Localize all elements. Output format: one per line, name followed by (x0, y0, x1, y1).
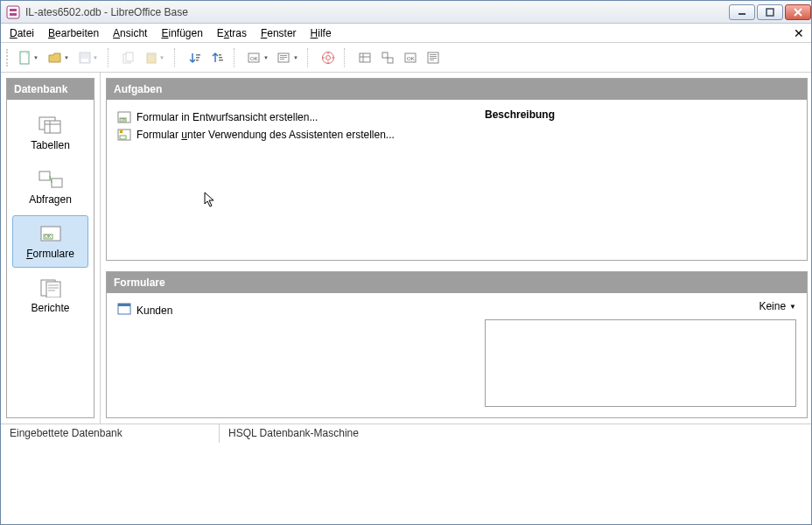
preview-mode-dropdown[interactable]: Keine ▼ (759, 300, 796, 312)
form-wizard-icon (117, 128, 131, 142)
chevron-down-icon: ▼ (789, 303, 796, 311)
window-controls (729, 4, 811, 20)
svg-rect-2 (10, 13, 17, 16)
menu-edit[interactable]: Bearbeiten (43, 25, 104, 41)
svg-rect-13 (149, 52, 154, 55)
svg-rect-25 (280, 59, 284, 60)
new-table-button[interactable] (354, 47, 375, 68)
paste-button[interactable]: ▼ (141, 47, 169, 68)
description-header: Beschreibung (485, 108, 796, 121)
task-create-wizard-label: Formular unter Verwendung des Assistente… (136, 129, 395, 141)
toolbar-separator (344, 48, 349, 67)
svg-point-27 (326, 55, 331, 60)
main-area: Datenbank Tabellen Abfragen OK Formulare… (1, 73, 812, 424)
new-document-button[interactable]: ▼ (15, 47, 43, 68)
menu-help[interactable]: Hilfe (305, 25, 337, 41)
status-embedded: Eingebettete Datenbank (1, 424, 220, 443)
forms-header: Formulare (107, 272, 807, 293)
menu-view[interactable]: Ansicht (108, 25, 152, 41)
form-item-kunden[interactable]: Kunden (117, 300, 464, 320)
menu-insert[interactable]: Einfügen (156, 25, 207, 41)
svg-rect-37 (430, 54, 437, 55)
svg-rect-62 (118, 304, 130, 306)
statusbar: Eingebettete Datenbank HSQL Datenbank-Ma… (1, 424, 812, 443)
nav-forms-label: Formulare (26, 248, 74, 260)
task-create-wizard[interactable]: Formular unter Verwendung des Assistente… (117, 126, 464, 144)
sort-ascending-button[interactable] (185, 47, 206, 68)
form-icon-button[interactable]: OK (400, 47, 421, 68)
toolbar-separator (174, 48, 179, 67)
new-form-button[interactable]: OK▼ (244, 47, 272, 68)
svg-rect-1 (10, 9, 17, 11)
svg-rect-24 (280, 57, 287, 58)
forms-list: Kunden (107, 293, 474, 417)
svg-rect-46 (52, 178, 62, 187)
svg-rect-42 (45, 121, 60, 133)
toolbar-separator (234, 48, 239, 67)
svg-rect-60 (120, 136, 126, 139)
nav-queries-label: Abfragen (29, 193, 72, 206)
form-item-label: Kunden (136, 304, 172, 317)
sidebar-header: Datenbank (7, 79, 94, 100)
nav-reports-label: Berichte (31, 302, 69, 314)
svg-rect-4 (766, 9, 774, 16)
sidebar-panel: Datenbank Tabellen Abfragen OK Formulare… (6, 78, 94, 418)
new-report-button[interactable]: ▼ (274, 47, 302, 68)
toolbar: ▼ ▼ ▼ ▼ OK▼ ▼ OK (1, 43, 812, 73)
toolbar-separator (307, 48, 312, 67)
document-close-icon[interactable]: ✕ (788, 26, 809, 40)
titlebar: IL-ates6502.odb - LibreOffice Base (1, 1, 812, 24)
svg-rect-19 (219, 60, 223, 61)
app-icon (6, 5, 20, 19)
nav-tables[interactable]: Tabellen (12, 107, 88, 159)
help-button[interactable] (318, 47, 339, 68)
nav-list: Tabellen Abfragen OK Formulare Formulare… (7, 100, 94, 417)
svg-line-33 (387, 57, 388, 59)
svg-rect-39 (430, 58, 437, 59)
save-button[interactable]: ▼ (74, 47, 102, 68)
new-query-button[interactable] (377, 47, 398, 68)
window-title: IL-ates6502.odb - LibreOffice Base (25, 6, 188, 18)
tasks-description: Beschreibung (474, 100, 807, 260)
preview-area (485, 319, 796, 407)
nav-queries[interactable]: Abfragen (12, 161, 88, 214)
content: Aufgaben OK Formular in Entwurfsansicht … (101, 73, 812, 424)
svg-rect-52 (46, 282, 60, 298)
svg-rect-15 (196, 57, 200, 59)
svg-rect-18 (219, 57, 222, 59)
svg-rect-11 (126, 52, 133, 61)
svg-rect-38 (430, 56, 437, 57)
report-icon-button[interactable] (423, 47, 444, 68)
nav-forms[interactable]: OK Formulare Formulare (12, 215, 88, 268)
menu-tools[interactable]: Extras (212, 25, 252, 41)
svg-rect-0 (7, 6, 19, 18)
minimize-button[interactable] (729, 4, 755, 20)
svg-rect-40 (430, 60, 434, 60)
toolbar-separator (108, 48, 113, 67)
svg-text:OK: OK (407, 56, 415, 61)
menu-file[interactable]: DDateiatei (4, 25, 39, 41)
maximize-button[interactable] (757, 4, 783, 20)
nav-reports[interactable]: Berichte (12, 270, 88, 322)
form-icon (117, 302, 131, 318)
open-button[interactable]: ▼ (45, 47, 73, 68)
menu-window[interactable]: Fenster (256, 25, 302, 41)
close-button[interactable] (785, 4, 811, 20)
svg-rect-9 (81, 59, 88, 62)
svg-rect-16 (196, 60, 199, 61)
forms-icon: OK (37, 223, 65, 244)
svg-rect-14 (196, 54, 200, 56)
svg-rect-17 (219, 54, 221, 56)
tasks-list: OK Formular in Entwurfsansicht erstellen… (107, 100, 474, 260)
svg-rect-28 (360, 53, 370, 62)
copy-button[interactable] (118, 47, 139, 68)
svg-rect-45 (39, 172, 50, 180)
forms-panel: Formulare Kunden Keine ▼ (106, 271, 808, 418)
tasks-header: Aufgaben (107, 79, 807, 100)
task-create-design-view[interactable]: OK Formular in Entwurfsansicht erstellen… (117, 108, 464, 126)
sidebar: Datenbank Tabellen Abfragen OK Formulare… (1, 73, 101, 424)
sort-descending-button[interactable] (207, 47, 228, 68)
svg-text:OK: OK (250, 56, 258, 61)
toolbar-grip-icon (6, 49, 10, 66)
reports-icon (37, 277, 65, 298)
